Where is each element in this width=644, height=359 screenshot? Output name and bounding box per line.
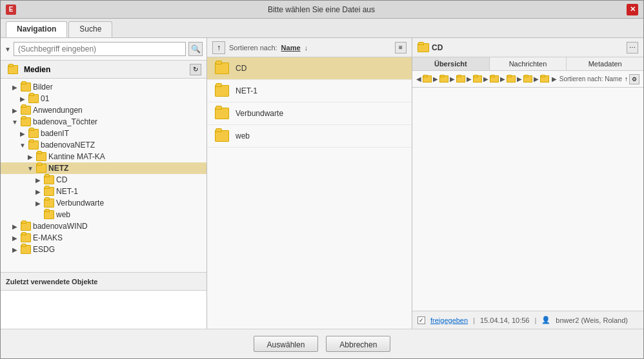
file-folder-icon xyxy=(215,130,229,142)
sort-arrow-icon: ↓ xyxy=(305,44,308,52)
tree-folder-icon xyxy=(28,94,39,103)
path-sep-5: ▶ xyxy=(500,75,505,82)
tree-item-badenova-toechter[interactable]: ▼ badenova_Töchter xyxy=(1,116,206,128)
tree-toggle-badenovawind[interactable]: ▶ xyxy=(11,222,19,230)
path-folder-1[interactable] xyxy=(423,75,432,82)
tree-folder-icon xyxy=(21,117,31,126)
right-folder-icon xyxy=(418,43,429,52)
middle-panel: ↑ Sortieren nach: Name ↓ ≡ CD NET-1 Verb… xyxy=(207,38,412,329)
right-title: CD xyxy=(432,43,624,52)
file-item-verbundwarte[interactable]: Verbundwarte xyxy=(207,102,412,125)
tree-item-bilder[interactable]: ▶ Bilder xyxy=(1,81,206,93)
file-item-net1[interactable]: NET-1 xyxy=(207,80,412,102)
status-link[interactable]: freigegeben xyxy=(430,316,468,324)
tree-toggle-net1[interactable]: ▶ xyxy=(34,188,42,195)
view-toggle-button[interactable]: ≡ xyxy=(395,42,407,53)
tab-navigation[interactable]: Navigation xyxy=(6,21,67,37)
tree-item-badenit[interactable]: ▶ badenIT xyxy=(1,128,206,139)
tree-folder-icon xyxy=(44,199,54,208)
file-name: CD xyxy=(236,64,247,73)
tree-toggle-esdg[interactable]: ▶ xyxy=(11,246,19,253)
tree-folder-icon xyxy=(28,141,39,150)
file-name: web xyxy=(236,131,250,141)
app-icon: E xyxy=(6,5,16,15)
tree-label: NETZ xyxy=(48,164,68,173)
tree-item-kantine[interactable]: ▶ Kantine MAT-KA xyxy=(1,151,206,162)
tree-item-verbundwarte[interactable]: ▶ Verbundwarte xyxy=(1,197,206,209)
tree-label: ESDG xyxy=(33,245,55,254)
path-folder-4[interactable] xyxy=(473,75,482,82)
tree-item-net1[interactable]: ▶ NET-1 xyxy=(1,186,206,197)
tree-toggle-anwendungen[interactable]: ▶ xyxy=(11,106,19,114)
navigate-up-button[interactable]: ↑ xyxy=(212,41,225,54)
file-list: CD NET-1 Verbundwarte web xyxy=(207,57,412,329)
sub-tab-metadaten[interactable]: Metadaten xyxy=(567,57,643,70)
tree-label: Anwendungen xyxy=(33,106,83,115)
path-folder-2[interactable] xyxy=(439,75,448,82)
tree-toggle-verbundwarte[interactable]: ▶ xyxy=(34,199,42,207)
right-panel-button[interactable]: ⋯ xyxy=(627,42,638,53)
path-sep-4: ▶ xyxy=(483,75,488,82)
tree-toggle-badenova[interactable]: ▼ xyxy=(11,118,19,126)
dialog: E Bitte wählen Sie eine Datei aus ✕ Navi… xyxy=(0,0,644,359)
right-panel: CD ⋯ Übersicht Nachrichten Metadaten ◀ ▶… xyxy=(412,38,643,329)
tree-item-badenovanetz[interactable]: ▼ badenovaNETZ xyxy=(1,139,206,151)
cancel-button[interactable]: Abbrechen xyxy=(326,336,390,352)
tree-folder-icon xyxy=(44,210,54,219)
recently-used-label: Zuletzt verwendete Objekte xyxy=(1,272,206,290)
status-checkbox[interactable]: ✓ xyxy=(418,316,425,324)
tree-item-cd[interactable]: ▶ CD xyxy=(1,174,206,186)
sub-tab-nachrichten[interactable]: Nachrichten xyxy=(490,57,567,70)
tree-toggle-badenovanetz[interactable]: ▼ xyxy=(19,141,26,149)
tree-toggle-badenit[interactable]: ▶ xyxy=(19,130,26,137)
tree-toggle-01[interactable]: ▶ xyxy=(19,95,26,102)
file-name: Verbundwarte xyxy=(236,109,283,118)
title-bar: E Bitte wählen Sie eine Datei aus ✕ xyxy=(1,1,643,19)
tree-item-01[interactable]: ▶ 01 xyxy=(1,93,206,104)
tree-label: Verbundwarte xyxy=(56,199,104,208)
search-button[interactable]: 🔍 xyxy=(188,42,203,56)
tree-label: CD xyxy=(56,175,67,184)
tree-label: Kantine MAT-KA xyxy=(48,152,105,161)
path-folder-3[interactable] xyxy=(456,75,465,82)
sort-name[interactable]: Name xyxy=(281,44,301,52)
sort-label: Sortieren nach: xyxy=(229,44,277,52)
panel-header: Medien ↻ xyxy=(1,61,206,79)
path-arrow-back[interactable]: ◀ xyxy=(416,75,421,82)
file-folder-icon xyxy=(215,85,229,97)
tree-toggle-cd[interactable]: ▶ xyxy=(34,176,42,184)
path-folder-7[interactable] xyxy=(523,75,532,82)
search-bar: ▼ 🔍 xyxy=(1,38,206,61)
right-content xyxy=(412,88,643,311)
path-folder-6[interactable] xyxy=(507,75,516,82)
file-item-cd[interactable]: CD xyxy=(207,57,412,80)
tree-toggle-bilder[interactable]: ▶ xyxy=(11,83,19,91)
file-folder-icon xyxy=(215,63,229,74)
tree-toggle-netz[interactable]: ▼ xyxy=(26,164,34,172)
tree-item-web[interactable]: ▶ web xyxy=(1,209,206,220)
tree-item-badenovawind[interactable]: ▶ badenovaWIND xyxy=(1,220,206,232)
close-button[interactable]: ✕ xyxy=(627,4,638,15)
path-sep-1: ▶ xyxy=(433,75,438,82)
path-folder-8[interactable] xyxy=(540,75,549,82)
path-sep-7: ▶ xyxy=(534,75,539,82)
tree-item-esdg[interactable]: ▶ ESDG xyxy=(1,244,206,255)
right-sort-settings-button[interactable]: ⚙ xyxy=(629,74,639,84)
tree-item-netz[interactable]: ▼ NETZ xyxy=(1,162,206,174)
right-path-bar: ◀ ▶ ▶ ▶ ▶ ▶ ▶ ▶ ▶ Sortieren nach: Name ↑ xyxy=(412,71,643,88)
search-input[interactable] xyxy=(14,42,186,56)
tree-label: E-MAKS xyxy=(33,233,63,242)
tree-folder-icon xyxy=(44,187,54,196)
right-header: CD ⋯ xyxy=(412,38,643,57)
panel-refresh-button[interactable]: ↻ xyxy=(190,64,201,75)
tab-search[interactable]: Suche xyxy=(68,21,112,37)
tree-item-emaks[interactable]: ▶ E-MAKS xyxy=(1,232,206,244)
tree-item-anwendungen[interactable]: ▶ Anwendungen xyxy=(1,104,206,116)
tree-toggle-emaks[interactable]: ▶ xyxy=(11,234,19,242)
file-item-web[interactable]: web xyxy=(207,125,412,148)
tree-label: Bilder xyxy=(33,82,53,92)
select-button[interactable]: Auswählen xyxy=(254,336,319,352)
path-folder-5[interactable] xyxy=(490,75,499,82)
sub-tab-ubersicht[interactable]: Übersicht xyxy=(412,57,490,70)
tree-toggle-kantine[interactable]: ▶ xyxy=(26,153,34,160)
